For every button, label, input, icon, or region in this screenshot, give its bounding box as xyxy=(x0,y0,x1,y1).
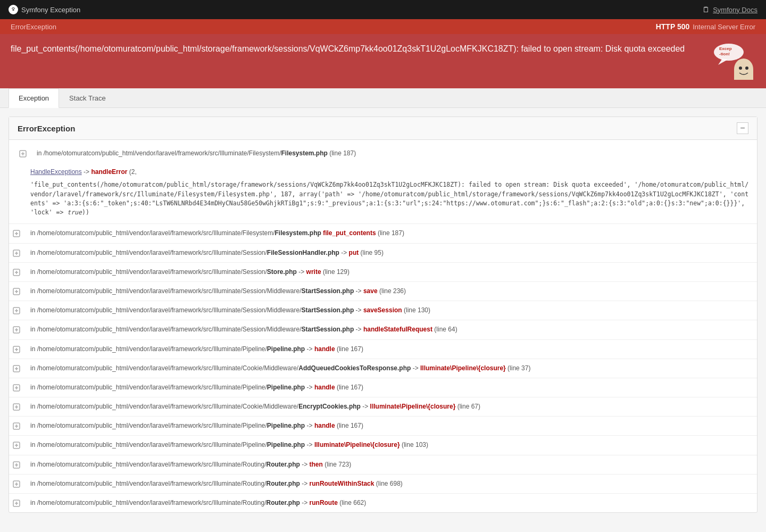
top-bar: Symfony Exception 🗒 Symfony Docs xyxy=(0,0,766,19)
frame-0-method: handleError xyxy=(91,168,127,176)
svg-point-7 xyxy=(739,66,742,70)
frame-0-line: (line 187) xyxy=(329,149,356,157)
collapse-button[interactable]: − xyxy=(737,122,748,134)
stack-frame-7: in /home/otomuratcom/public_html/vendor/… xyxy=(9,340,757,359)
http-code: HTTP 500 xyxy=(656,22,690,31)
exception-mascot: Excep -tion! xyxy=(713,43,755,80)
error-status: HTTP 500 Internal Server Error xyxy=(656,22,755,31)
frame-0-code: 'file_put_contents(/home/otomuratcom/pub… xyxy=(30,180,751,217)
frame-5-content: in /home/otomuratcom/public_html/vendor/… xyxy=(24,301,757,320)
frame-0-class: HandleExceptions xyxy=(30,168,82,176)
exception-type-label: ErrorException xyxy=(11,23,56,31)
top-bar-right[interactable]: 🗒 Symfony Docs xyxy=(702,5,757,14)
docs-link[interactable]: Symfony Docs xyxy=(713,6,757,14)
svg-point-8 xyxy=(745,66,748,70)
stack-frame-12: in /home/otomuratcom/public_html/vendor/… xyxy=(9,436,757,455)
frame-14-content: in /home/otomuratcom/public_html/vendor/… xyxy=(24,475,757,493)
stack-frame-13: in /home/otomuratcom/public_html/vendor/… xyxy=(9,455,757,475)
frame-5-expand-btn[interactable] xyxy=(9,301,24,320)
frame-3-expand-btn[interactable] xyxy=(9,263,24,281)
frame-7-content: in /home/otomuratcom/public_html/vendor/… xyxy=(24,340,757,359)
frame-11-content: in /home/otomuratcom/public_html/vendor/… xyxy=(24,417,757,435)
error-message-block: file_put_contents(/home/otomuratcom/publ… xyxy=(0,34,766,88)
frame-9-content: in /home/otomuratcom/public_html/vendor/… xyxy=(24,378,757,397)
exception-title: ErrorException xyxy=(18,124,75,133)
main-content: ErrorException − in /home/otomuratcom/pu… xyxy=(0,108,766,528)
stack-frame-15: in /home/otomuratcom/public_html/vendor/… xyxy=(9,494,757,512)
frame-15-expand-btn[interactable] xyxy=(9,494,24,512)
stack-frame-5: in /home/otomuratcom/public_html/vendor/… xyxy=(9,301,757,320)
stack-frame-2: in /home/otomuratcom/public_html/vendor/… xyxy=(9,244,757,263)
frame-2-expand-btn[interactable] xyxy=(9,244,24,262)
stack-frame-14: in /home/otomuratcom/public_html/vendor/… xyxy=(9,475,757,494)
frame-12-expand-btn[interactable] xyxy=(9,436,24,454)
error-message-text: file_put_contents(/home/otomuratcom/publ… xyxy=(11,43,702,55)
frame-2-content: in /home/otomuratcom/public_html/vendor/… xyxy=(24,244,757,262)
stack-frame-4: in /home/otomuratcom/public_html/vendor/… xyxy=(9,282,757,301)
tab-exception[interactable]: Exception xyxy=(9,88,59,108)
stack-frame-8: in /home/otomuratcom/public_html/vendor/… xyxy=(9,359,757,378)
frame-14-expand-btn[interactable] xyxy=(9,475,24,493)
frame-8-content: in /home/otomuratcom/public_html/vendor/… xyxy=(24,359,757,378)
error-type-bar: ErrorException HTTP 500 Internal Server … xyxy=(0,19,766,34)
svg-marker-2 xyxy=(718,59,728,65)
frame-1-expand-btn[interactable] xyxy=(9,224,24,243)
server-error-text: Internal Server Error xyxy=(693,23,755,31)
frame-13-content: in /home/otomuratcom/public_html/vendor/… xyxy=(24,455,757,474)
stack-frame-1: in /home/otomuratcom/public_html/vendor/… xyxy=(9,224,757,243)
top-bar-left: Symfony Exception xyxy=(9,5,80,14)
frame-4-expand-btn[interactable] xyxy=(9,282,24,301)
frame-12-content: in /home/otomuratcom/public_html/vendor/… xyxy=(24,436,757,454)
frame-0-header-content: in /home/otomuratcom/public_html/vendor/… xyxy=(30,144,751,163)
top-bar-title: Symfony Exception xyxy=(21,6,80,14)
tab-stack-trace[interactable]: Stack Trace xyxy=(59,88,116,108)
frame-0-body: HandleExceptions -> handleError (2, 'fil… xyxy=(9,167,757,223)
frame-0-filename: Filesystem.php xyxy=(281,149,328,157)
frame-0-path: in /home/otomuratcom/public_html/vendor/… xyxy=(37,149,281,157)
stack-frame-6: in /home/otomuratcom/public_html/vendor/… xyxy=(9,320,757,339)
frame-7-expand-btn[interactable] xyxy=(9,340,24,359)
frame-10-expand-btn[interactable] xyxy=(9,397,24,416)
frame-13-expand-btn[interactable] xyxy=(9,455,24,474)
frame-0-expand-btn[interactable] xyxy=(15,144,30,163)
exception-block: ErrorException − in /home/otomuratcom/pu… xyxy=(9,117,757,513)
frame-3-content: in /home/otomuratcom/public_html/vendor/… xyxy=(24,263,757,281)
stack-frame-9: in /home/otomuratcom/public_html/vendor/… xyxy=(9,378,757,397)
stack-frame-3: in /home/otomuratcom/public_html/vendor/… xyxy=(9,263,757,282)
frame-10-content: in /home/otomuratcom/public_html/vendor/… xyxy=(24,397,757,416)
frame-11-expand-btn[interactable] xyxy=(9,417,24,435)
stack-frame-10: in /home/otomuratcom/public_html/vendor/… xyxy=(9,397,757,417)
frame-4-content: in /home/otomuratcom/public_html/vendor/… xyxy=(24,282,757,301)
frame-0-header: in /home/otomuratcom/public_html/vendor/… xyxy=(9,140,757,167)
frame-9-expand-btn[interactable] xyxy=(9,378,24,397)
docs-icon: 🗒 xyxy=(702,5,710,14)
stack-frame-0-expanded: in /home/otomuratcom/public_html/vendor/… xyxy=(9,140,757,224)
frame-1-content: in /home/otomuratcom/public_html/vendor/… xyxy=(24,224,757,243)
tabs-bar: Exception Stack Trace xyxy=(0,88,766,108)
frame-8-expand-btn[interactable] xyxy=(9,359,24,378)
exception-header: ErrorException − xyxy=(9,117,757,140)
svg-text:-tion!: -tion! xyxy=(719,52,730,56)
frame-15-content: in /home/otomuratcom/public_html/vendor/… xyxy=(24,494,757,512)
frame-6-expand-btn[interactable] xyxy=(9,320,24,339)
svg-text:Excep: Excep xyxy=(719,46,732,51)
symfony-logo-icon xyxy=(9,5,18,14)
stack-frame-11: in /home/otomuratcom/public_html/vendor/… xyxy=(9,417,757,436)
frame-6-content: in /home/otomuratcom/public_html/vendor/… xyxy=(24,320,757,339)
